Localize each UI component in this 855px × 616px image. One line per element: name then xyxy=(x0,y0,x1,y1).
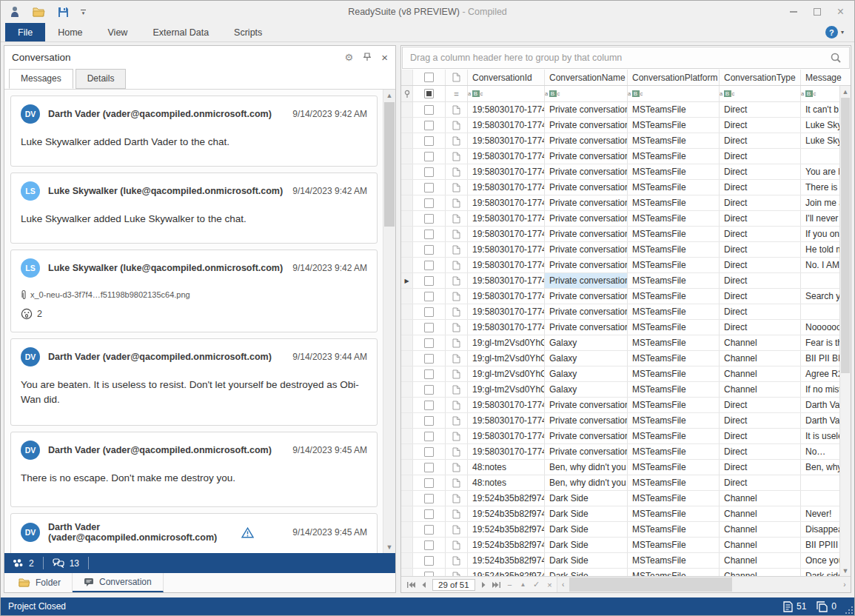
table-row[interactable]: 19:58030170-1774- Private conversation (… xyxy=(401,413,839,429)
table-row[interactable]: 19:gl-tm2Vsd0YhG4 Galaxy MSTeamsFile Cha… xyxy=(401,382,839,398)
row-checkbox[interactable] xyxy=(413,211,446,226)
grid-scroll-down-icon[interactable]: ▼ xyxy=(840,565,851,576)
table-row[interactable]: 48:notes Ben, why didn't you t MSTeamsFi… xyxy=(401,460,839,475)
row-checkbox[interactable] xyxy=(413,118,446,133)
table-row[interactable]: 19:58030170-1774- Private conversation (… xyxy=(401,180,839,195)
pin-icon[interactable] xyxy=(363,53,371,61)
table-row[interactable]: 19:524b35b82f9741 Dark Side MSTeamsFile … xyxy=(401,569,839,576)
table-row[interactable]: 19:524b35b82f9741 Dark Side MSTeamsFile … xyxy=(401,506,839,522)
hscroll-left-icon[interactable]: ‹ xyxy=(557,580,569,589)
column-header-conversationname[interactable]: ConversationName xyxy=(545,70,628,85)
table-row[interactable]: 19:58030170-1774- Private conversation (… xyxy=(401,195,839,211)
row-checkbox[interactable] xyxy=(413,133,446,148)
header-file-column[interactable] xyxy=(446,70,468,85)
table-row[interactable]: 19:58030170-1774- Private conversation (… xyxy=(401,289,839,304)
qat-customize-dropdown[interactable]: ▾ xyxy=(81,10,86,15)
row-checkbox[interactable] xyxy=(413,102,446,117)
table-row[interactable]: 19:gl-tm2Vsd0YhG4 Galaxy MSTeamsFile Cha… xyxy=(401,366,839,382)
row-checkbox[interactable] xyxy=(413,429,446,443)
filter-conversationtype[interactable]: aBc xyxy=(720,86,801,101)
tab-conversation[interactable]: Conversation xyxy=(73,573,164,592)
row-checkbox[interactable] xyxy=(413,538,446,552)
tab-file[interactable]: File xyxy=(5,23,45,41)
tab-home[interactable]: Home xyxy=(45,23,95,41)
table-row[interactable]: 19:58030170-1774- Private conversation (… xyxy=(401,133,839,149)
row-checkbox[interactable] xyxy=(413,398,446,412)
row-checkbox[interactable] xyxy=(413,320,446,335)
row-checkbox[interactable] xyxy=(413,304,446,319)
table-row[interactable]: 19:524b35b82f9741 Dark Side MSTeamsFile … xyxy=(401,553,839,569)
scroll-down-icon[interactable]: ▼ xyxy=(383,541,395,553)
grid-horizontal-scrollbar[interactable]: ‹ › xyxy=(557,577,851,592)
tab-external-data[interactable]: External Data xyxy=(140,23,221,41)
row-checkbox[interactable] xyxy=(413,366,446,381)
row-checkbox[interactable] xyxy=(413,180,446,195)
filter-message[interactable]: aBc xyxy=(801,86,839,101)
table-row[interactable]: 19:58030170-1774- Private conversation (… xyxy=(401,273,839,289)
table-row[interactable]: 19:58030170-1774- Private conversation (… xyxy=(401,211,839,227)
row-checkbox[interactable] xyxy=(413,506,446,521)
minimize-button[interactable] xyxy=(790,11,797,13)
filter-conversationid[interactable]: aBc xyxy=(468,86,545,101)
row-checkbox[interactable] xyxy=(413,273,446,288)
filter-checkbox[interactable] xyxy=(413,86,446,101)
table-row[interactable]: 19:524b35b82f9741 Dark Side MSTeamsFile … xyxy=(401,522,839,538)
row-checkbox[interactable] xyxy=(413,258,446,272)
pager-last-button[interactable] xyxy=(490,577,503,592)
row-checkbox[interactable] xyxy=(413,195,446,210)
filter-file-cell[interactable]: = xyxy=(446,86,468,101)
table-row[interactable]: 19:58030170-1774- Private conversation (… xyxy=(401,242,839,258)
reaction-badge[interactable]: 2 xyxy=(21,308,367,320)
row-checkbox[interactable] xyxy=(413,553,446,568)
pager-next-button[interactable] xyxy=(477,577,490,592)
row-checkbox[interactable] xyxy=(413,475,446,490)
row-checkbox[interactable] xyxy=(413,335,446,350)
table-row[interactable]: 48:notes Ben, why didn't you t MSTeamsFi… xyxy=(401,475,839,491)
row-checkbox[interactable] xyxy=(413,149,446,164)
pager-prev-button[interactable] xyxy=(418,577,431,592)
row-checkbox[interactable] xyxy=(413,289,446,304)
hscroll-right-icon[interactable]: › xyxy=(839,580,851,589)
group-by-box[interactable]: Drag a column header here to group by th… xyxy=(402,47,850,69)
open-folder-button[interactable] xyxy=(33,7,46,17)
row-checkbox[interactable] xyxy=(413,460,446,475)
row-checkbox[interactable] xyxy=(413,242,446,257)
maximize-button[interactable] xyxy=(814,8,821,16)
table-row[interactable]: 19:58030170-1774- Private conversation (… xyxy=(401,258,839,273)
pager-cancel-icon[interactable]: × xyxy=(543,577,557,592)
table-row[interactable]: 19:58030170-1774- Private conversation (… xyxy=(401,320,839,335)
row-checkbox[interactable] xyxy=(413,227,446,241)
table-row[interactable]: 19:gl-tm2Vsd0YhG4 Galaxy MSTeamsFile Cha… xyxy=(401,351,839,366)
pager-first-button[interactable] xyxy=(404,577,418,592)
column-header-conversationtype[interactable]: ConversationType xyxy=(720,70,801,85)
table-row[interactable]: 19:58030170-1774- Private conversation (… xyxy=(401,444,839,460)
help-button[interactable]: ? xyxy=(825,26,838,38)
tab-messages[interactable]: Messages xyxy=(9,69,73,89)
row-checkbox[interactable] xyxy=(413,444,446,459)
table-row[interactable]: 19:58030170-1774- Private conversation (… xyxy=(401,164,839,180)
table-row[interactable]: 19:58030170-1774- Private conversation (… xyxy=(401,102,839,118)
row-checkbox[interactable] xyxy=(413,351,446,366)
gear-icon[interactable]: ⚙ xyxy=(345,52,354,63)
table-row[interactable]: 19:58030170-1774- Private conversation (… xyxy=(401,227,839,242)
pager-minus-icon[interactable]: − xyxy=(503,577,517,592)
column-header-conversationid[interactable]: ConversationId xyxy=(468,70,545,85)
grid-vertical-scrollbar[interactable]: ▲ ▼ xyxy=(839,86,851,576)
row-checkbox[interactable] xyxy=(413,164,446,179)
table-row[interactable]: 19:58030170-1774- Private conversation (… xyxy=(401,304,839,320)
filter-conversationplatform[interactable]: aBc xyxy=(628,86,720,101)
grid-scroll-up-icon[interactable]: ▲ xyxy=(840,86,851,97)
resize-grip[interactable] xyxy=(845,606,853,614)
hscroll-thumb[interactable] xyxy=(569,578,732,592)
tab-details[interactable]: Details xyxy=(76,69,127,89)
pager-edit-icon[interactable]: ▲ xyxy=(517,577,530,592)
tab-folder[interactable]: Folder xyxy=(7,573,73,592)
row-checkbox[interactable] xyxy=(413,569,446,576)
table-row[interactable]: 19:524b35b82f9741 Dark Side MSTeamsFile … xyxy=(401,538,839,553)
row-checkbox[interactable] xyxy=(413,382,446,397)
column-header-message[interactable]: Message xyxy=(801,70,851,85)
pager-accept-icon[interactable]: ✓ xyxy=(530,577,543,592)
row-checkbox[interactable] xyxy=(413,491,446,506)
tab-scripts[interactable]: Scripts xyxy=(221,23,275,41)
scroll-up-icon[interactable]: ▲ xyxy=(383,90,395,101)
